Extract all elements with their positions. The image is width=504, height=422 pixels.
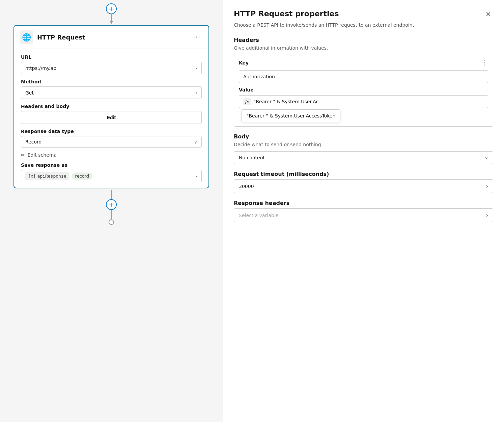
arrow-connector <box>111 14 112 24</box>
value-input-row[interactable]: fx "Bearer " & System.User.Ac... <box>239 95 488 108</box>
edit-schema-pencil-icon: ✏️ <box>21 152 25 158</box>
timeout-section: Request timeout (milliseconds) 30000 › <box>234 171 493 193</box>
response-data-type-chevron-icon: ∨ <box>194 139 197 144</box>
select-var-chevron-icon: › <box>486 212 488 218</box>
headers-box: Key ⋮ Value fx "Bearer " & System.User.A… <box>234 55 493 127</box>
tooltip-popup: "Bearer " & System.User.AccessToken <box>242 109 340 122</box>
add-step-top-button[interactable]: + <box>106 3 117 14</box>
url-chevron-icon: › <box>195 65 197 71</box>
headers-body-label: Headers and body <box>21 104 202 109</box>
body-value: No content <box>239 155 482 160</box>
response-data-type-row[interactable]: Record ∨ <box>21 136 202 148</box>
method-chevron-icon: › <box>195 89 197 96</box>
value-text: "Bearer " & System.User.Ac... <box>254 99 484 104</box>
tooltip-box: "Bearer " & System.User.AccessToken <box>239 109 488 122</box>
card-title: HTTP Request <box>37 34 186 41</box>
body-section-desc: Decide what to send or send nothing <box>234 142 493 147</box>
select-var-placeholder: Select a variable <box>239 213 486 218</box>
timeout-section-title: Request timeout (milliseconds) <box>234 171 493 177</box>
record-chip: record <box>72 173 93 180</box>
end-circle <box>109 219 114 225</box>
method-value: Get <box>25 90 193 96</box>
body-dropdown[interactable]: No content ∨ <box>234 151 493 164</box>
line-connector-bottom <box>111 190 112 199</box>
fx-badge: fx <box>243 98 251 105</box>
url-label: URL <box>21 54 202 60</box>
timeout-chevron-icon: › <box>486 183 488 189</box>
body-chevron-icon: ∨ <box>485 155 488 160</box>
key-input[interactable] <box>239 70 488 83</box>
url-input-row[interactable]: https://my.api › <box>21 62 202 74</box>
panel-description: Choose a REST API to invoke/sends an HTT… <box>234 22 493 29</box>
save-response-field: Save response as {x} apiResponse record … <box>21 162 202 182</box>
response-data-type-field: Response data type Record ∨ <box>21 129 202 148</box>
headers-box-header: Key ⋮ <box>239 59 488 66</box>
right-panel: HTTP Request properties ✕ Choose a REST … <box>223 0 504 422</box>
http-request-icon: 🌐 <box>20 30 33 44</box>
line-connector-bottom2 <box>111 210 112 219</box>
connector-bottom: + <box>106 190 117 225</box>
http-request-card: 🌐 HTTP Request ··· URL https://my.api › … <box>13 25 209 188</box>
value-label: Value <box>239 87 488 93</box>
card-header: 🌐 HTTP Request ··· <box>14 26 208 49</box>
key-label: Key <box>239 60 249 65</box>
save-response-label: Save response as <box>21 162 202 168</box>
var-chip: {x} apiResponse <box>25 172 69 180</box>
response-headers-section: Response headers Select a variable › <box>234 200 493 222</box>
method-input-row[interactable]: Get › <box>21 86 202 99</box>
response-data-type-label: Response data type <box>21 129 202 134</box>
headers-section: Headers Give additional information with… <box>234 37 493 127</box>
var-name: apiResponse <box>37 174 66 179</box>
timeout-row[interactable]: 30000 › <box>234 179 493 193</box>
url-field: URL https://my.api › <box>21 54 202 74</box>
add-step-bottom-button[interactable]: + <box>106 199 117 210</box>
headers-section-desc: Give additional information with values. <box>234 45 493 51</box>
panel-header: HTTP Request properties ✕ <box>234 9 493 19</box>
save-response-row[interactable]: {x} apiResponse record › <box>21 170 202 182</box>
response-data-type-value: Record <box>25 139 191 144</box>
card-menu-button[interactable]: ··· <box>190 32 203 43</box>
close-button[interactable]: ✕ <box>483 9 493 19</box>
edit-button[interactable]: Edit <box>21 111 202 124</box>
headers-body-field: Headers and body Edit <box>21 104 202 124</box>
url-value: https://my.api <box>25 65 193 71</box>
edit-schema-row[interactable]: ✏️ Edit schema <box>21 152 202 158</box>
headers-section-title: Headers <box>234 37 493 43</box>
method-field: Method Get › <box>21 79 202 99</box>
left-panel: + 🌐 HTTP Request ··· URL https://my.api … <box>0 0 223 422</box>
key-menu-button[interactable]: ⋮ <box>482 59 488 66</box>
timeout-value: 30000 <box>239 184 486 189</box>
edit-schema-label: Edit schema <box>28 152 57 158</box>
panel-title: HTTP Request properties <box>234 9 339 18</box>
body-section: Body Decide what to send or send nothing… <box>234 133 493 164</box>
save-response-chevron-icon: › <box>195 173 197 179</box>
body-section-title: Body <box>234 133 493 140</box>
var-icon: {x} <box>28 174 36 179</box>
response-headers-title: Response headers <box>234 200 493 206</box>
method-label: Method <box>21 79 202 84</box>
connector-top: + <box>106 0 117 24</box>
select-variable-row[interactable]: Select a variable › <box>234 208 493 222</box>
card-body: URL https://my.api › Method Get › Header… <box>14 49 208 188</box>
